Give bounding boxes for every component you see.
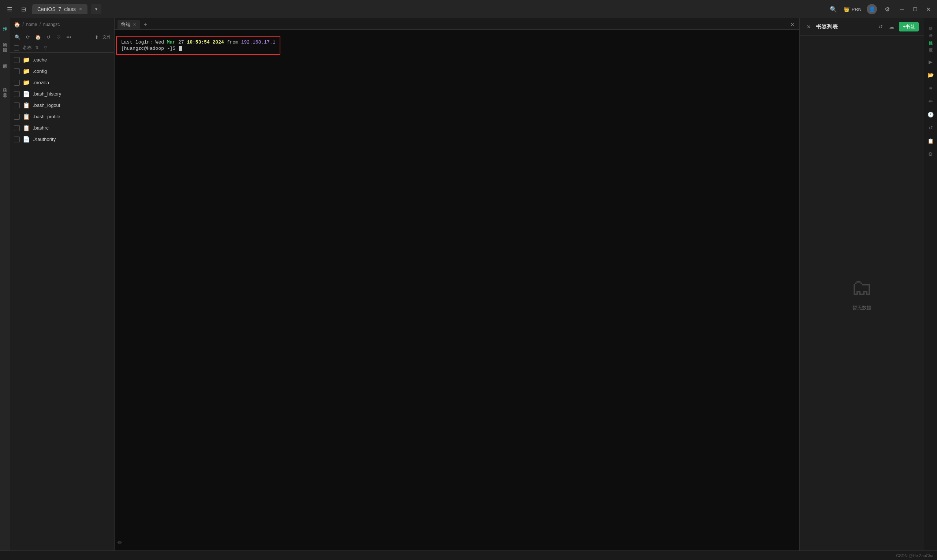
file-name: .bash_profile — [33, 114, 111, 119]
item-checkbox[interactable] — [14, 80, 20, 86]
titlebar: ☰ ⊟ CentOS_7_class ✕ ▾ 🔍 👑 PRN 👤 ⚙ ─ □ ✕ — [0, 0, 937, 18]
titlebar-right: 🔍 👑 PRN 👤 ⚙ ─ □ ✕ — [828, 4, 932, 14]
terminal-tab-close[interactable]: ✕ — [133, 22, 136, 27]
far-right-edit-btn[interactable]: ✏ — [926, 96, 936, 106]
close-button[interactable]: ✕ — [924, 5, 932, 14]
far-right-file-btn[interactable]: 📋 — [926, 136, 936, 146]
far-right-folder-btn[interactable]: 📂 — [926, 70, 936, 80]
filter-icon[interactable]: ▽ — [42, 45, 49, 50]
terminal-line-2: [huangzc@Hadoop ~]$ — [121, 46, 275, 51]
far-right-list-btn[interactable]: ≡ — [926, 83, 936, 93]
terminal-tab[interactable]: 终端 ✕ — [117, 20, 140, 29]
list-item[interactable]: 📄 .bash_history — [10, 88, 114, 100]
breadcrumb-home[interactable]: home — [26, 22, 37, 27]
favorites-btn[interactable]: ♡ — [54, 32, 63, 42]
item-checkbox[interactable] — [14, 125, 20, 131]
tab-close-icon[interactable]: ✕ — [79, 6, 82, 12]
item-checkbox[interactable] — [14, 103, 20, 108]
far-right-label-1[interactable]: 快捷 — [928, 21, 934, 26]
refresh-btn[interactable]: ⟳ — [23, 32, 32, 42]
terminal-year: 2024 — [213, 40, 224, 45]
folder-icon: 📁 — [23, 56, 30, 63]
tab-centos[interactable]: CentOS_7_class ✕ — [32, 4, 88, 14]
file-icon: 📄 — [23, 91, 30, 97]
sidebar-item-display[interactable]: 显示 — [1, 88, 9, 92]
sort-icon[interactable]: ⇅ — [33, 45, 40, 50]
bookmark-refresh-icon[interactable]: ↺ — [876, 22, 885, 31]
terminal-cursor — [179, 46, 182, 51]
search-icon[interactable]: 🔍 — [828, 4, 839, 14]
upload-btn[interactable]: ⬆ — [92, 32, 101, 42]
item-checkbox[interactable] — [14, 91, 20, 97]
terminal-tab-label: 终端 — [121, 21, 131, 28]
far-right-label-3[interactable]: 快捷操作 — [928, 36, 934, 40]
terminal-panel-close-btn[interactable]: ✕ — [788, 20, 797, 29]
sidebar-close-1[interactable]: × — [2, 64, 7, 71]
bookmark-empty-text: 暂无数据 — [852, 305, 871, 311]
terminal-popup: Last login: Wed Mar 27 10:53:54 2024 fro… — [116, 36, 280, 55]
far-right-history-btn[interactable]: 🕐 — [926, 109, 936, 120]
terminal-line-1: Last login: Wed Mar 27 10:53:54 2024 fro… — [121, 40, 275, 45]
sidebar-close-2[interactable]: × — [2, 93, 7, 100]
sidebar-item-operations[interactable]: 操作 — [1, 21, 9, 26]
name-column-label: 名称 — [23, 45, 31, 51]
main-area: 操作 编辑 视图 帮助 × 根目录 显示 × 🏠 / home / huangz… — [0, 18, 937, 551]
terminal-tabs: 终端 ✕ + ✕ — [115, 18, 799, 30]
crown-icon: 👑 — [844, 6, 849, 12]
file-list: 📁 .cache 📁 .config 📁 .mozilla 📄 .bash_hi… — [10, 53, 114, 551]
tab-list-icon[interactable]: ⊟ — [18, 4, 29, 14]
more-btn[interactable]: ••• — [65, 32, 73, 42]
far-right-arrow-btn[interactable]: ▶ — [926, 57, 936, 67]
avatar[interactable]: 👤 — [867, 4, 877, 14]
file-toolbar: 🔍 ⟳ 🏠 ↺ ♡ ••• ⬆ 文件 — [10, 31, 114, 43]
list-item[interactable]: 📄 .Xauthority — [10, 134, 114, 145]
item-checkbox[interactable] — [14, 57, 20, 63]
far-right-settings-btn[interactable]: ⚙ — [926, 149, 936, 159]
far-right-label-2[interactable]: 任务栏 — [928, 29, 934, 33]
minimize-button[interactable]: ─ — [897, 5, 906, 14]
item-checkbox[interactable] — [14, 114, 20, 120]
list-item[interactable]: 📋 .bash_profile — [10, 111, 114, 122]
window-menu-icon[interactable]: ☰ — [5, 4, 15, 14]
item-checkbox[interactable] — [14, 68, 20, 74]
far-right-reload-btn[interactable]: ↺ — [926, 123, 936, 133]
edit-icon[interactable]: ✏ — [117, 539, 122, 546]
bookmark-cloud-icon[interactable]: ☁ — [887, 22, 896, 31]
search-files-btn[interactable]: 🔍 — [13, 32, 22, 42]
reload-btn[interactable]: ↺ — [44, 32, 53, 42]
titlebar-left: ☰ ⊟ CentOS_7_class ✕ ▾ — [5, 4, 102, 14]
sidebar-item-view[interactable]: 视图 — [1, 43, 9, 47]
statusbar-text: CSDN @He.ZaoCha — [896, 554, 933, 558]
home-icon[interactable]: 🏠 — [14, 22, 20, 28]
statusbar: CSDN @He.ZaoCha — [0, 551, 937, 560]
terminal-add-btn[interactable]: + — [141, 20, 149, 29]
folder-icon: 📁 — [23, 79, 30, 86]
terminal-month: Mar — [167, 40, 175, 45]
item-checkbox[interactable] — [14, 137, 20, 142]
tab-arrow-icon[interactable]: ▾ — [91, 4, 102, 14]
bookmark-header: ✕ 书签列表 ↺ ☁ +书签 — [800, 18, 924, 35]
list-item[interactable]: 📁 .mozilla — [10, 77, 114, 88]
settings-icon[interactable]: ⚙ — [882, 4, 892, 14]
sidebar-item-root[interactable]: 根目录 — [1, 83, 9, 87]
bookmark-add-btn[interactable]: +书签 — [899, 22, 919, 31]
list-item[interactable]: 📁 .config — [10, 66, 114, 77]
bookmark-empty: 🗂 暂无数据 — [800, 35, 924, 551]
list-item[interactable]: 📁 .cache — [10, 54, 114, 66]
breadcrumb-user[interactable]: huangzc — [43, 22, 60, 27]
left-sidebar-panel: 操作 编辑 视图 帮助 × 根目录 显示 × — [0, 18, 10, 551]
bookmark-title: 书签列表 — [816, 23, 873, 31]
bookmark-panel: ✕ 书签列表 ↺ ☁ +书签 🗂 暂无数据 — [799, 18, 924, 551]
sidebar-item-edit[interactable]: 编辑 — [1, 37, 9, 42]
maximize-button[interactable]: □ — [911, 5, 919, 14]
select-all-checkbox[interactable] — [14, 45, 19, 51]
bookmark-add-label: +书签 — [903, 23, 915, 30]
file-name: .Xauthority — [33, 137, 111, 142]
file-manage-btn[interactable]: 文件 — [103, 32, 111, 42]
far-right-label-4[interactable]: 下载管理 — [928, 43, 934, 48]
list-item[interactable]: 📋 .bash_logout — [10, 100, 114, 111]
home-btn[interactable]: 🏠 — [34, 32, 43, 42]
sidebar-item-help[interactable]: 帮助 — [1, 58, 9, 63]
bookmark-close-btn[interactable]: ✕ — [805, 23, 813, 31]
list-item[interactable]: 📋 .bashrc — [10, 122, 114, 134]
